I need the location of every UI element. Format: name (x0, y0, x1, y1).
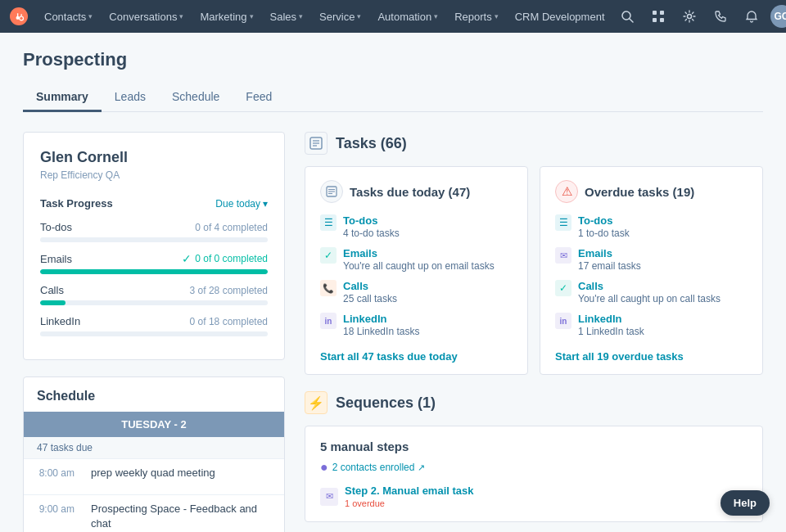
svg-point-3 (20, 14, 21, 15)
start-all-overdue-link[interactable]: Start all 19 overdue tasks (555, 350, 684, 363)
overdue-card-title: Overdue tasks (19) (585, 185, 694, 199)
right-column: Tasks (66) Tasks due today (47) (305, 132, 763, 522)
chevron-down-icon: ▾ (357, 12, 361, 20)
progress-bar-calls-fill (40, 300, 66, 305)
svg-line-5 (630, 19, 633, 22)
progress-row-calls: Calls 3 of 28 completed (40, 284, 268, 305)
overdue-tasks-card: ⚠ Overdue tasks (19) ☰ To-dos 1 to-do ta… (540, 166, 763, 375)
left-column: Glen Cornell Rep Efficiency QA Task Prog… (23, 132, 285, 532)
svg-point-10 (687, 15, 691, 19)
step-email-icon: ✉ (320, 488, 338, 506)
schedule-day-header: TUESDAY - 2 (24, 412, 284, 437)
overdue-todos-row: ☰ To-dos 1 to-do task (555, 214, 748, 239)
progress-row-todos: To-dos 0 of 4 completed (40, 221, 268, 242)
call-icon[interactable] (708, 4, 733, 29)
tasks-grid: Tasks due today (47) ☰ To-dos 4 to-do ta… (305, 166, 763, 375)
due-today-linkedin-row: in LinkedIn 18 LinkedIn tasks (320, 313, 513, 337)
chevron-down-icon: ▾ (299, 12, 303, 20)
sequences-enrolled: ● 2 contacts enrolled ↗ (320, 460, 748, 475)
tab-summary[interactable]: Summary (23, 83, 102, 112)
email-check-icon: ✓ (320, 247, 337, 264)
tasks-icon (305, 132, 328, 155)
sequence-step-item: ✉ Step 2. Manual email task 1 overdue (320, 485, 748, 508)
nav-automation[interactable]: Automation ▾ (371, 7, 445, 26)
progress-bar-emails-fill (40, 269, 268, 274)
tab-leads[interactable]: Leads (102, 83, 159, 112)
tab-feed[interactable]: Feed (233, 83, 285, 112)
svg-rect-6 (653, 11, 657, 15)
nav-sales[interactable]: Sales ▾ (264, 7, 310, 26)
overdue-emails-label[interactable]: Emails (578, 247, 641, 259)
chevron-down-icon: ▾ (250, 12, 254, 20)
sequences-steps-title: 5 manual steps (320, 440, 748, 453)
linkedin-icon: in (320, 313, 337, 329)
overdue-linkedin-row: in LinkedIn 1 LinkedIn task (555, 313, 748, 337)
search-icon[interactable] (615, 4, 639, 29)
nav-conversations[interactable]: Conversations ▾ (102, 7, 190, 26)
tasks-section-title: Tasks (66) (336, 135, 407, 152)
tasks-section: Tasks (66) Tasks due today (47) (305, 132, 763, 375)
svg-point-0 (10, 7, 28, 25)
due-today-card-icon (320, 180, 343, 203)
profile-name: Glen Cornell (40, 149, 268, 166)
hubspot-logo[interactable] (10, 5, 28, 28)
progress-bar-todos-bg (40, 237, 268, 242)
schedule-event-2[interactable]: Prospecting Space - Feedback and chat (91, 502, 274, 531)
tasks-section-header: Tasks (66) (305, 132, 763, 155)
enrolled-dot-icon: ● (320, 460, 328, 475)
due-today-filter[interactable]: Due today ▾ (215, 198, 268, 210)
overdue-calls-row: ✓ Calls You're all caught up on call tas… (555, 280, 748, 304)
nav-marketing[interactable]: Marketing ▾ (193, 7, 260, 26)
task-progress-label: Task Progress (40, 197, 113, 210)
sequence-step-label[interactable]: Step 2. Manual email task (345, 485, 474, 497)
tab-schedule[interactable]: Schedule (159, 83, 233, 112)
progress-bar-emails-bg (40, 269, 268, 274)
start-all-due-today-link[interactable]: Start all 47 tasks due today (320, 350, 458, 363)
sequences-section-title: Sequences (1) (336, 394, 436, 412)
schedule-card: Schedule TUESDAY - 2 47 tasks due 8:00 a… (23, 376, 285, 532)
schedule-tasks-due: 47 tasks due (24, 437, 284, 459)
schedule-event-1[interactable]: prep weekly quad meeting (91, 466, 274, 480)
sequences-section-header: ⚡ Sequences (1) (305, 391, 763, 414)
overdue-calls-label[interactable]: Calls (578, 280, 720, 292)
enrolled-link[interactable]: 2 contacts enrolled ↗ (332, 462, 425, 473)
chevron-down-icon: ▾ (179, 12, 183, 20)
due-today-calls-label[interactable]: Calls (343, 280, 397, 292)
top-navigation: Contacts ▾ Conversations ▾ Marketing ▾ S… (0, 0, 786, 33)
profile-card: Glen Cornell Rep Efficiency QA Task Prog… (23, 132, 285, 360)
chevron-down-icon: ▾ (263, 198, 268, 210)
due-today-linkedin-label[interactable]: LinkedIn (343, 313, 419, 325)
progress-bar-calls-bg (40, 300, 268, 305)
help-button[interactable]: Help (720, 490, 770, 516)
svg-rect-7 (660, 11, 664, 15)
avatar[interactable]: GC (770, 5, 786, 28)
chevron-down-icon: ▾ (434, 12, 438, 20)
overdue-card-icon: ⚠ (555, 180, 578, 203)
apps-icon[interactable] (646, 4, 671, 29)
due-today-emails-row: ✓ Emails You're all caught up on email t… (320, 247, 513, 272)
external-link-icon: ↗ (418, 462, 425, 472)
page-title: Prospecting (23, 49, 763, 70)
overdue-emails-row: ✉ Emails 17 email tasks (555, 247, 748, 272)
schedule-row-9am: 9:00 am Prospecting Space - Feedback and… (24, 495, 284, 532)
page-content: Prospecting Summary Leads Schedule Feed … (0, 33, 786, 532)
tasks-due-today-card: Tasks due today (47) ☰ To-dos 4 to-do ta… (305, 166, 528, 375)
overdue-linkedin-label[interactable]: LinkedIn (578, 313, 644, 325)
overdue-todos-label[interactable]: To-dos (578, 214, 630, 227)
due-today-card-title: Tasks due today (47) (350, 185, 470, 199)
tabs-navigation: Summary Leads Schedule Feed (23, 83, 763, 112)
nav-contacts[interactable]: Contacts ▾ (38, 7, 99, 26)
nav-crm-development[interactable]: CRM Development (508, 7, 612, 26)
main-grid: Glen Cornell Rep Efficiency QA Task Prog… (23, 132, 763, 532)
nav-reports[interactable]: Reports ▾ (448, 7, 505, 26)
settings-icon[interactable] (677, 4, 702, 29)
due-today-emails-label[interactable]: Emails (343, 247, 495, 259)
task-progress-header: Task Progress Due today ▾ (40, 197, 268, 210)
call-check-icon: ✓ (555, 280, 571, 296)
nav-service[interactable]: Service ▾ (313, 7, 368, 26)
notifications-icon[interactable] (739, 4, 764, 29)
chevron-down-icon: ▾ (88, 12, 93, 20)
nav-right-actions: GC ▾ (615, 4, 786, 29)
due-today-todos-label[interactable]: To-dos (343, 214, 400, 227)
todo-overdue-icon: ☰ (555, 214, 571, 231)
